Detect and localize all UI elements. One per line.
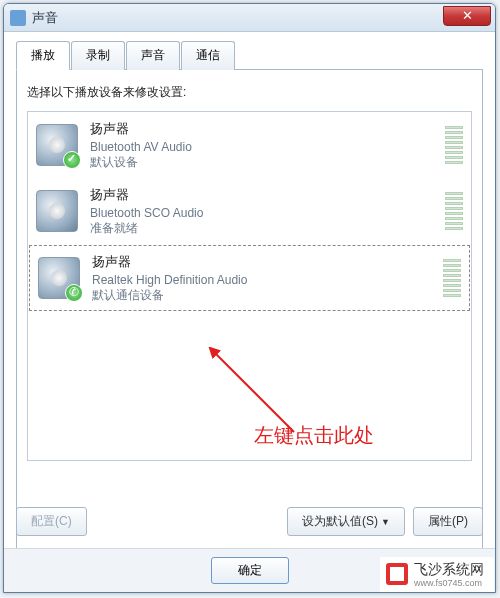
- client-area: 播放 录制 声音 通信 选择以下播放设备来修改设置: 扬声器 Bluetooth…: [4, 32, 495, 592]
- speaker-icon: [36, 190, 78, 232]
- sound-icon: [10, 10, 26, 26]
- configure-button[interactable]: 配置(C): [16, 507, 87, 536]
- watermark: 飞沙系统网 www.fs0745.com: [380, 557, 494, 592]
- device-status: 默认通信设备: [92, 287, 437, 304]
- device-name: 扬声器: [90, 186, 439, 204]
- close-icon: ✕: [462, 8, 473, 23]
- chevron-down-icon: ▼: [381, 517, 390, 527]
- sound-dialog: 声音 ✕ 播放 录制 声音 通信 选择以下播放设备来修改设置: 扬声器 Blue…: [3, 3, 496, 593]
- device-item-selected[interactable]: 扬声器 Realtek High Definition Audio 默认通信设备: [29, 245, 470, 311]
- device-buttons: 配置(C) 设为默认值(S)▼ 属性(P): [16, 507, 483, 536]
- window-title: 声音: [32, 9, 58, 27]
- tab-sounds[interactable]: 声音: [126, 41, 180, 70]
- level-meter-icon: [443, 259, 461, 297]
- tab-content: 选择以下播放设备来修改设置: 扬声器 Bluetooth AV Audio 默认…: [16, 70, 483, 552]
- set-default-button[interactable]: 设为默认值(S)▼: [287, 507, 405, 536]
- device-status: 默认设备: [90, 154, 439, 171]
- close-button[interactable]: ✕: [443, 6, 491, 26]
- level-meter-icon: [445, 126, 463, 164]
- default-check-icon: [63, 151, 81, 169]
- tab-strip: 播放 录制 声音 通信: [16, 40, 483, 70]
- device-list[interactable]: 扬声器 Bluetooth AV Audio 默认设备 扬声器 Bluetoot…: [27, 111, 472, 461]
- device-status: 准备就绪: [90, 220, 439, 237]
- ok-button[interactable]: 确定: [211, 557, 289, 584]
- device-driver: Bluetooth AV Audio: [90, 140, 439, 154]
- phone-badge-icon: [65, 284, 83, 302]
- tab-recording[interactable]: 录制: [71, 41, 125, 70]
- titlebar: 声音 ✕: [4, 4, 495, 32]
- device-item[interactable]: 扬声器 Bluetooth AV Audio 默认设备: [28, 112, 471, 178]
- instruction-text: 选择以下播放设备来修改设置:: [27, 84, 472, 101]
- annotation-text: 左键点击此处: [254, 422, 374, 449]
- watermark-logo-icon: [386, 563, 408, 585]
- speaker-icon: [36, 124, 78, 166]
- set-default-label: 设为默认值(S): [302, 514, 378, 528]
- tab-playback[interactable]: 播放: [16, 41, 70, 70]
- speaker-icon: [38, 257, 80, 299]
- device-item[interactable]: 扬声器 Bluetooth SCO Audio 准备就绪: [28, 178, 471, 244]
- device-name: 扬声器: [90, 120, 439, 138]
- device-driver: Realtek High Definition Audio: [92, 273, 437, 287]
- watermark-name: 飞沙系统网: [414, 561, 484, 577]
- device-name: 扬声器: [92, 253, 437, 271]
- level-meter-icon: [445, 192, 463, 230]
- device-text: 扬声器 Bluetooth AV Audio 默认设备: [90, 120, 439, 171]
- watermark-url: www.fs0745.com: [414, 579, 484, 588]
- device-driver: Bluetooth SCO Audio: [90, 206, 439, 220]
- tab-communications[interactable]: 通信: [181, 41, 235, 70]
- properties-button[interactable]: 属性(P): [413, 507, 483, 536]
- device-text: 扬声器 Realtek High Definition Audio 默认通信设备: [92, 253, 437, 304]
- device-text: 扬声器 Bluetooth SCO Audio 准备就绪: [90, 186, 439, 237]
